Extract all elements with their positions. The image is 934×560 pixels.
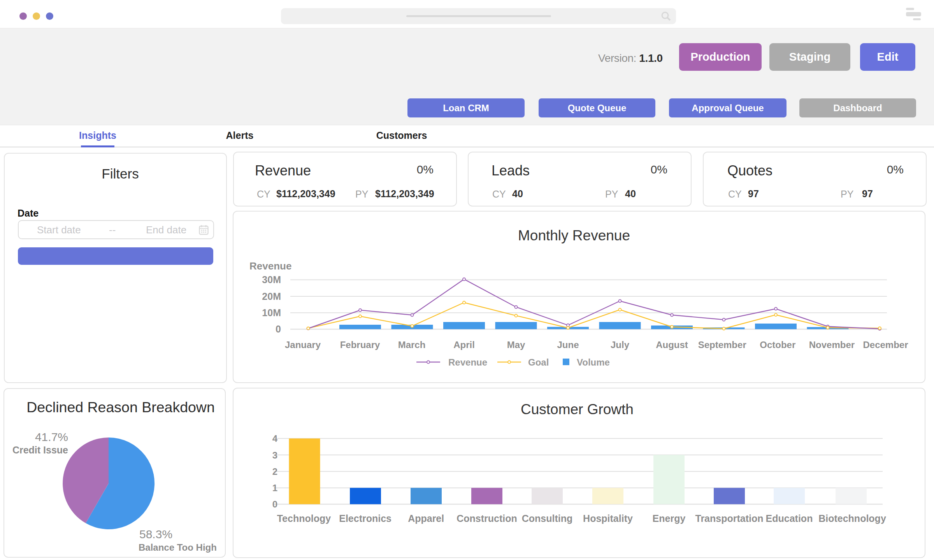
svg-text:June: June (557, 340, 579, 350)
svg-text:10M: 10M (262, 307, 281, 318)
svg-text:September: September (698, 340, 746, 350)
svg-text:4: 4 (272, 433, 278, 444)
svg-text:30M: 30M (262, 274, 281, 285)
svg-text:Electronics: Electronics (339, 513, 392, 524)
svg-text:March: March (398, 340, 426, 350)
svg-text:Credit Issue: Credit Issue (12, 444, 68, 455)
svg-text:3: 3 (272, 450, 277, 460)
svg-text:January: January (285, 340, 321, 350)
svg-text:0: 0 (276, 324, 281, 334)
svg-text:February: February (340, 340, 380, 350)
svg-text:Hospitality: Hospitality (583, 513, 633, 524)
svg-text:1: 1 (272, 483, 277, 493)
svg-text:Technology: Technology (277, 513, 331, 524)
svg-text:Monthly Revenue: Monthly Revenue (518, 228, 630, 243)
svg-text:Volume: Volume (577, 357, 610, 368)
svg-text:Education: Education (766, 513, 813, 524)
svg-text:May: May (507, 340, 525, 350)
svg-text:Revenue: Revenue (448, 357, 487, 368)
svg-text:0: 0 (272, 499, 277, 509)
svg-text:April: April (453, 340, 475, 350)
svg-text:Energy: Energy (653, 513, 686, 524)
svg-text:Balance Too High: Balance Too High (139, 542, 217, 553)
svg-text:Revenue: Revenue (249, 260, 291, 272)
svg-text:Consulting: Consulting (522, 513, 573, 524)
svg-text:Goal: Goal (528, 357, 549, 368)
svg-text:October: October (760, 340, 795, 350)
svg-text:2: 2 (272, 466, 277, 477)
svg-text:November: November (809, 340, 855, 350)
svg-text:Apparel: Apparel (408, 513, 444, 524)
svg-text:58.3%: 58.3% (139, 528, 172, 541)
svg-text:41.7%: 41.7% (35, 430, 68, 443)
svg-text:Construction: Construction (456, 513, 517, 524)
svg-text:20M: 20M (262, 291, 281, 302)
svg-text:Declined Reason Breakdown: Declined Reason Breakdown (26, 399, 215, 415)
svg-text:July: July (611, 340, 630, 350)
svg-text:August: August (656, 340, 688, 350)
svg-text:Customer Growth: Customer Growth (521, 401, 634, 417)
svg-text:Transportation: Transportation (695, 513, 763, 524)
svg-text:December: December (863, 340, 908, 350)
svg-text:Biotechnology: Biotechnology (818, 513, 886, 524)
